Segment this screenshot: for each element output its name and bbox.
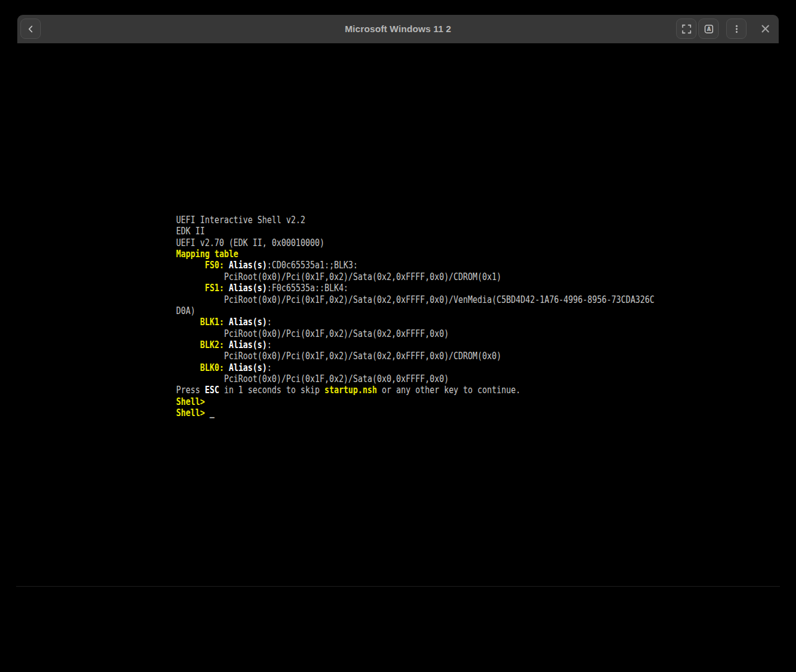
console-text [176, 316, 200, 328]
console-line: Mapping table [176, 249, 672, 260]
console-text [224, 259, 229, 271]
console-text [224, 339, 229, 351]
console-text: Shell> [176, 396, 205, 407]
console-text [176, 259, 205, 271]
close-button[interactable] [755, 19, 776, 39]
vm-display[interactable]: UEFI Interactive Shell v2.2EDK IIUEFI v2… [17, 43, 779, 586]
console-text: Alias(s) [229, 282, 267, 294]
console-text: FS1: [205, 282, 224, 294]
console-line: PciRoot(0x0)/Pci(0x1F,0x2)/Sata(0x2,0xFF… [176, 351, 672, 362]
window-title: Microsoft Windows 11 2 [17, 15, 779, 43]
window-bottom-border [16, 586, 780, 587]
desktop-background: Microsoft Windows 11 2 A [0, 0, 796, 672]
console-line: D0A) [176, 305, 672, 317]
console-text: BLK2: [200, 339, 224, 351]
console-text: BLK0: [200, 362, 224, 373]
console-text: Press [176, 384, 205, 396]
console-text: FS0: [205, 259, 224, 271]
chevron-left-icon [26, 24, 36, 34]
console-line: PciRoot(0x0)/Pci(0x1F,0x2)/Sata(0x0,0xFF… [176, 373, 672, 385]
uefi-shell-console: UEFI Interactive Shell v2.2EDK IIUEFI v2… [176, 215, 672, 419]
titlebar: Microsoft Windows 11 2 A [17, 15, 779, 43]
console-text: UEFI Interactive Shell v2.2 [176, 214, 305, 226]
console-line: BLK1: Alias(s): [176, 317, 672, 328]
console-text: PciRoot(0x0)/Pci(0x1F,0x2)/Sata(0x2,0xFF… [176, 350, 501, 362]
console-text: Alias(s) [229, 316, 267, 328]
console-line: PciRoot(0x0)/Pci(0x1F,0x2)/Sata(0x2,0xFF… [176, 328, 672, 339]
console-text: D0A) [176, 305, 195, 317]
close-x-icon [761, 24, 770, 33]
console-text [176, 339, 200, 351]
console-line: EDK II [176, 226, 672, 237]
console-text: Alias(s) [229, 259, 267, 271]
console-text: :F0c65535a::BLK4: [267, 282, 349, 294]
back-button[interactable] [20, 19, 41, 39]
letter-a-box-icon: A [704, 24, 714, 34]
keyboard-button[interactable]: A [698, 19, 719, 39]
kebab-menu-icon [732, 24, 742, 34]
console-text: EDK II [176, 225, 205, 237]
console-text: UEFI v2.70 (EDK II, 0x00010000) [176, 237, 324, 249]
console-line: BLK2: Alias(s): [176, 339, 672, 351]
console-text: startup.nsh [324, 384, 377, 396]
console-text [176, 362, 200, 373]
text-cursor: _ [210, 407, 214, 419]
console-line: FS0: Alias(s):CD0c65535a1:;BLK3: [176, 260, 672, 271]
console-line: BLK0: Alias(s): [176, 362, 672, 373]
console-text: PciRoot(0x0)/Pci(0x1F,0x2)/Sata(0x2,0xFF… [176, 271, 501, 283]
console-line: UEFI Interactive Shell v2.2 [176, 215, 672, 226]
console-text: : [267, 362, 272, 373]
console-text: Mapping table [176, 248, 239, 260]
console-text: PciRoot(0x0)/Pci(0x1F,0x2)/Sata(0x2,0xFF… [176, 328, 449, 339]
console-text: : [267, 316, 272, 328]
menu-button[interactable] [726, 19, 747, 39]
console-line: Press ESC in 1 seconds to skip startup.n… [176, 385, 672, 396]
console-line: UEFI v2.70 (EDK II, 0x00010000) [176, 237, 672, 249]
svg-text:A: A [706, 27, 711, 32]
console-text: in 1 seconds to skip [219, 384, 324, 396]
console-line: Shell> [176, 396, 672, 407]
console-text: :CD0c65535a1:;BLK3: [267, 259, 358, 271]
console-line: FS1: Alias(s):F0c65535a::BLK4: [176, 283, 672, 294]
console-text: BLK1: [200, 316, 224, 328]
console-text: ESC [205, 384, 219, 396]
console-line: PciRoot(0x0)/Pci(0x1F,0x2)/Sata(0x2,0xFF… [176, 294, 672, 305]
console-text: Shell> [176, 407, 205, 419]
console-text: PciRoot(0x0)/Pci(0x1F,0x2)/Sata(0x2,0xFF… [176, 294, 654, 305]
console-text [176, 282, 205, 294]
console-text [224, 282, 229, 294]
console-text: or any other key to continue. [377, 384, 520, 396]
console-text: Alias(s) [229, 339, 267, 351]
console-text [224, 362, 229, 373]
console-line: PciRoot(0x0)/Pci(0x1F,0x2)/Sata(0x2,0xFF… [176, 271, 672, 283]
console-line: Shell> _ [176, 407, 672, 419]
console-text [224, 316, 229, 328]
console-text: Alias(s) [229, 362, 267, 373]
console-text: PciRoot(0x0)/Pci(0x1F,0x2)/Sata(0x0,0xFF… [176, 373, 449, 385]
console-text: : [267, 339, 272, 351]
fullscreen-corners-icon [682, 24, 692, 34]
fullscreen-button[interactable] [676, 19, 696, 39]
